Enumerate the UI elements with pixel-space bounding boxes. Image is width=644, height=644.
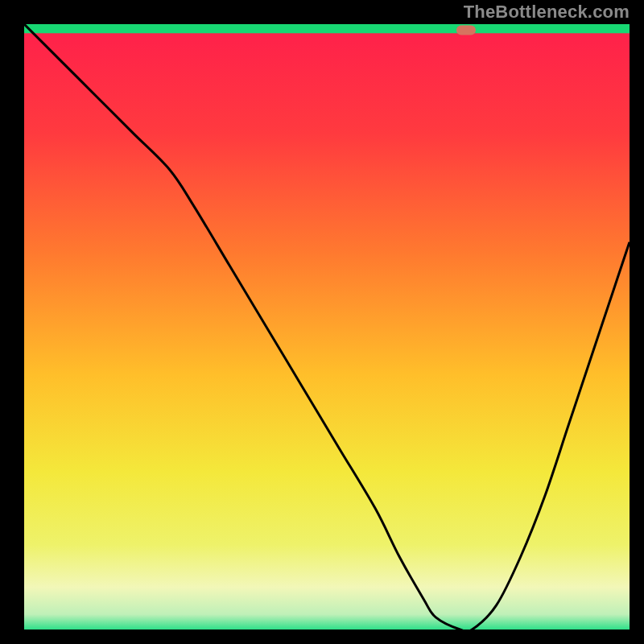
optimal-marker bbox=[456, 26, 476, 35]
bottleneck-chart bbox=[0, 0, 644, 644]
green-strip bbox=[24, 24, 630, 33]
chart-container: TheBottleneck.com bbox=[0, 0, 644, 644]
